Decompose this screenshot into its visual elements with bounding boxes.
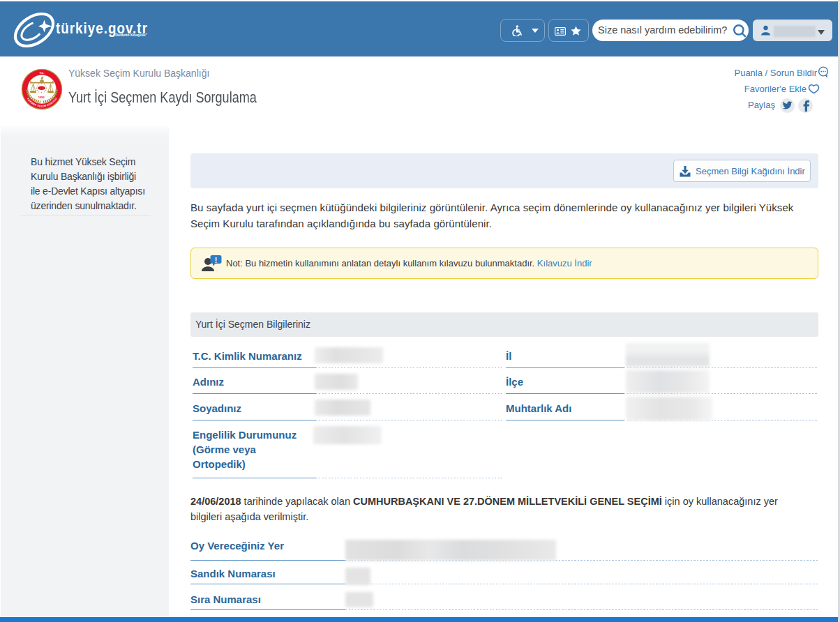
svg-text:!: ! (215, 256, 218, 264)
svg-text:T.C.: T.C. (39, 71, 44, 75)
svg-text:1950: 1950 (38, 96, 45, 99)
svg-text:"Devletin Kısayolu": "Devletin Kısayolu" (114, 33, 148, 37)
